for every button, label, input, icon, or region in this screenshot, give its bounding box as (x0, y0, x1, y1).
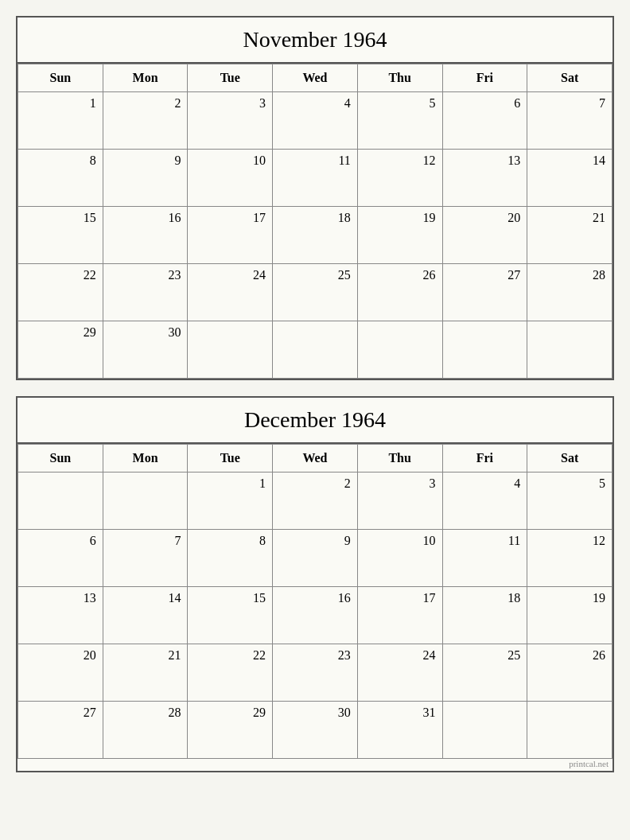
list-item: 21 (103, 644, 188, 702)
list-item: 23 (103, 264, 188, 321)
list-item: 2 (103, 92, 188, 150)
table-row: 22232425262728 (18, 264, 612, 321)
table-row: 20212223242526 (18, 644, 612, 702)
list-item: 31 (357, 702, 442, 759)
list-item: 6 (18, 530, 103, 587)
list-item: 9 (103, 150, 188, 207)
dec-header-thu: Thu (357, 445, 442, 472)
december-grid: Sun Mon Tue Wed Thu Fri Sat 123456789101… (18, 444, 612, 759)
dec-header-sat: Sat (527, 445, 612, 472)
list-item: 5 (357, 92, 442, 150)
list-item: 23 (273, 644, 358, 702)
dec-header-wed: Wed (273, 445, 358, 472)
dec-header-fri: Fri (442, 445, 527, 472)
table-row: 15161718192021 (18, 207, 612, 264)
list-item: 20 (442, 207, 527, 264)
list-item: 9 (273, 530, 358, 587)
list-item: 21 (527, 207, 612, 264)
list-item: 28 (103, 702, 188, 759)
list-item: 16 (273, 587, 358, 644)
table-row: 6789101112 (18, 530, 612, 587)
list-item: 25 (442, 644, 527, 702)
list-item (18, 472, 103, 530)
list-item: 8 (188, 530, 273, 587)
table-row: 2728293031 (18, 702, 612, 759)
list-item: 11 (442, 530, 527, 587)
list-item: 29 (18, 321, 103, 379)
list-item (188, 321, 273, 379)
november-calendar: November 1964 Sun Mon Tue Wed Thu Fri Sa… (16, 16, 614, 380)
list-item: 13 (442, 150, 527, 207)
list-item: 15 (18, 207, 103, 264)
list-item: 26 (527, 644, 612, 702)
list-item: 18 (273, 207, 358, 264)
list-item: 18 (442, 587, 527, 644)
list-item: 30 (103, 321, 188, 379)
list-item: 8 (18, 150, 103, 207)
nov-header-tue: Tue (188, 64, 273, 92)
list-item: 27 (442, 264, 527, 321)
list-item: 19 (357, 207, 442, 264)
list-item: 6 (442, 92, 527, 150)
list-item: 3 (357, 472, 442, 530)
table-row: 891011121314 (18, 150, 612, 207)
list-item: 17 (357, 587, 442, 644)
list-item: 30 (273, 702, 358, 759)
list-item (357, 321, 442, 379)
list-item: 5 (527, 472, 612, 530)
list-item: 7 (527, 92, 612, 150)
table-row: 12345 (18, 472, 612, 530)
table-row: 13141516171819 (18, 587, 612, 644)
list-item: 24 (357, 644, 442, 702)
list-item: 28 (527, 264, 612, 321)
list-item (103, 472, 188, 530)
november-grid: Sun Mon Tue Wed Thu Fri Sat 123456789101… (18, 64, 612, 379)
watermark: printcal.net (18, 759, 612, 771)
list-item: 4 (442, 472, 527, 530)
dec-header-tue: Tue (188, 445, 273, 472)
december-title: December 1964 (18, 398, 612, 444)
list-item: 17 (188, 207, 273, 264)
list-item: 12 (527, 530, 612, 587)
nov-header-fri: Fri (442, 64, 527, 92)
list-item: 13 (18, 587, 103, 644)
list-item: 26 (357, 264, 442, 321)
dec-header-sun: Sun (18, 445, 103, 472)
table-row: 1234567 (18, 92, 612, 150)
list-item: 16 (103, 207, 188, 264)
list-item (527, 321, 612, 379)
list-item: 4 (273, 92, 358, 150)
list-item: 1 (188, 472, 273, 530)
list-item: 29 (188, 702, 273, 759)
list-item: 11 (273, 150, 358, 207)
list-item: 2 (273, 472, 358, 530)
list-item: 14 (527, 150, 612, 207)
list-item: 25 (273, 264, 358, 321)
list-item (527, 702, 612, 759)
list-item: 14 (103, 587, 188, 644)
nov-header-sat: Sat (527, 64, 612, 92)
november-title: November 1964 (18, 18, 612, 64)
table-row: 2930 (18, 321, 612, 379)
dec-header-mon: Mon (103, 445, 188, 472)
list-item: 7 (103, 530, 188, 587)
list-item: 3 (188, 92, 273, 150)
list-item: 22 (188, 644, 273, 702)
list-item: 19 (527, 587, 612, 644)
list-item: 1 (18, 92, 103, 150)
nov-header-wed: Wed (273, 64, 358, 92)
list-item: 15 (188, 587, 273, 644)
list-item: 20 (18, 644, 103, 702)
list-item: 27 (18, 702, 103, 759)
list-item (442, 702, 527, 759)
nov-header-sun: Sun (18, 64, 103, 92)
list-item (442, 321, 527, 379)
list-item: 24 (188, 264, 273, 321)
december-calendar: December 1964 Sun Mon Tue Wed Thu Fri Sa… (16, 396, 614, 772)
nov-header-mon: Mon (103, 64, 188, 92)
list-item: 12 (357, 150, 442, 207)
november-header-row: Sun Mon Tue Wed Thu Fri Sat (18, 64, 612, 92)
list-item: 10 (357, 530, 442, 587)
nov-header-thu: Thu (357, 64, 442, 92)
december-header-row: Sun Mon Tue Wed Thu Fri Sat (18, 445, 612, 472)
